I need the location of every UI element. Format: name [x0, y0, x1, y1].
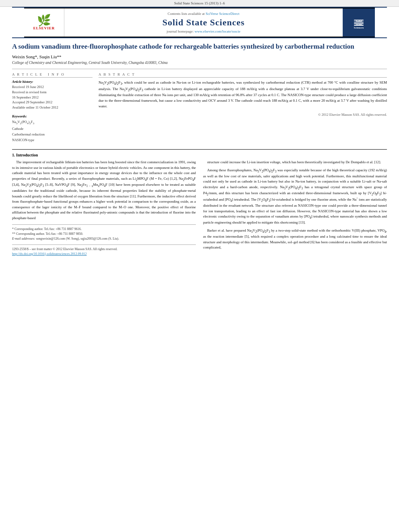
accepted-date: Accepted 29 September 2012 — [12, 100, 93, 105]
journal-homepage: journal homepage: www.elsevier.com/locat… — [167, 29, 240, 33]
journal-logo-right: SolidStateSciences — [343, 8, 375, 37]
main-content: A sodium vanadium three-fluorophosphate … — [12, 38, 387, 261]
journal-top-bar: Solid State Sciences 15 (2013) 1–6 — [0, 0, 399, 7]
keyword-1: Na3V2(PO4)2F3 — [12, 119, 93, 126]
copyright: © 2012 Elsevier Masson SAS. All rights r… — [99, 113, 387, 117]
issn-row: 1293-2558/$ – see front matter © 2012 El… — [12, 244, 196, 257]
issn-text: 1293-2558/$ – see front matter © 2012 El… — [12, 247, 196, 252]
footnote-divider: * Corresponding author. Tel./fax: +86 73… — [12, 224, 196, 241]
journal-info-center: Contents lists available at SciVerse Sci… — [64, 8, 343, 37]
history-label: Article history: — [12, 80, 93, 84]
keyword-2: Cathode — [12, 126, 93, 131]
available-online: Available online 11 October 2012 — [12, 105, 93, 110]
footnote-emails: E-mail addresses: songweixin@126.com (W.… — [12, 236, 196, 241]
keyword-4: NASICON-type — [12, 137, 93, 143]
journal-title: Solid State Sciences — [162, 17, 245, 28]
article-info-heading: A R T I C L E I N F O — [12, 72, 93, 78]
article-info-panel: A R T I C L E I N F O Article history: R… — [12, 72, 93, 143]
doi-link[interactable]: http://dx.doi.org/10.1016/j.solidstatesc… — [12, 252, 86, 256]
tree-icon: 🌿 — [37, 15, 51, 26]
elsevier-logo-area: 🌿 ELSEVIER — [24, 8, 64, 37]
keyword-3: Carbothermal reduction — [12, 131, 93, 137]
footnote-2: ** Corresponding author. Tel./fax: +86 7… — [12, 232, 196, 236]
homepage-url: www.elsevier.com/locate/ssscie — [195, 29, 241, 33]
footnote-1: * Corresponding author. Tel./fax: +86 73… — [12, 227, 196, 232]
section-number: 1. — [12, 153, 16, 157]
abstract-panel: A B S T R A C T Na3V2(PO4)2F3, which cou… — [99, 72, 387, 143]
received-revised-date: 16 September 2012 — [12, 95, 93, 100]
section-title: Introduction — [16, 153, 38, 157]
intro-para-2: structure could increase the Li-ion inse… — [203, 160, 387, 165]
right-logo-graphic: SolidStateSciences — [354, 19, 364, 27]
info-abstract-row: A R T I C L E I N F O Article history: R… — [12, 69, 387, 143]
affiliation: College of Chemistry and Chemical Engine… — [12, 61, 387, 65]
received-revised-label: Received in revised form — [12, 90, 93, 95]
body-columns: The improvement of rechargeable lithium-… — [12, 160, 387, 257]
sciverse-link[interactable]: SciVerse ScienceDirect — [206, 12, 239, 16]
intro-para-1: The improvement of rechargeable lithium-… — [12, 160, 196, 221]
authors: Weixin Song*, Suqin Liu** — [12, 54, 387, 59]
body-divider — [12, 149, 387, 150]
received-date: Received 19 June 2012 — [12, 84, 93, 90]
journal-header: 🌿 ELSEVIER Contents lists available at S… — [12, 7, 387, 38]
journal-citation: Solid State Sciences 15 (2013) 1–6 — [174, 1, 225, 5]
left-column: The improvement of rechargeable lithium-… — [12, 160, 196, 257]
elsevier-name: ELSEVIER — [33, 26, 55, 30]
abstract-heading: A B S T R A C T — [99, 72, 387, 78]
doi-text: http://dx.doi.org/10.1016/j.solidstatesc… — [12, 252, 196, 257]
intro-para-4: Barker et al. have prepared Na3V2(PO4)2F… — [203, 228, 387, 251]
keywords-label: Keywords: — [12, 114, 93, 118]
abstract-text: Na3V2(PO4)2F3, which could be used as ca… — [99, 80, 387, 109]
article-title: A sodium vanadium three-fluorophosphate … — [12, 42, 387, 51]
author-names: Weixin Song*, Suqin Liu** — [12, 54, 62, 59]
sciverse-available: Contents lists available at SciVerse Sci… — [168, 12, 240, 16]
right-column: structure could increase the Li-ion inse… — [203, 160, 387, 257]
intro-para-3: Among these fluorophosphates, Na3V2(PO4)… — [203, 168, 387, 226]
intro-heading-row: 1. Introduction — [12, 153, 387, 157]
